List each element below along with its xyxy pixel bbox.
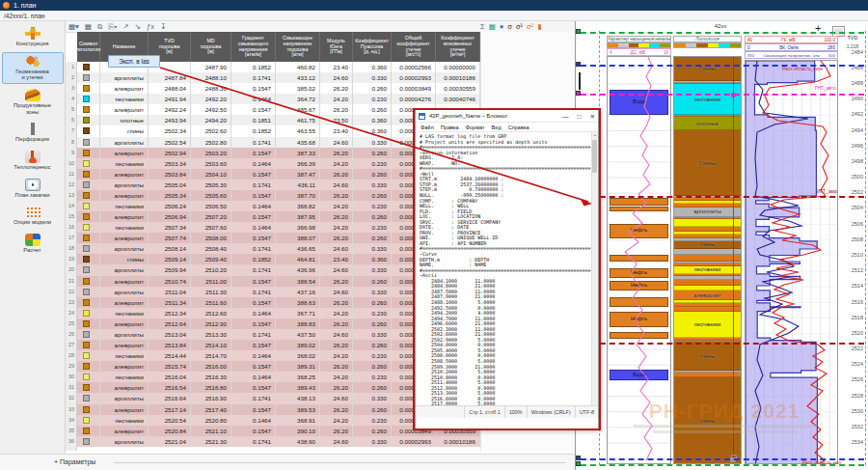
leak-cell: 0.00002993 — [392, 436, 436, 447]
marker-line[interactable] — [581, 32, 864, 34]
paste-icon[interactable]: ⎘▾ — [108, 22, 117, 32]
marker-handle[interactable] — [576, 456, 581, 460]
name-cell: песчаники — [100, 201, 149, 211]
row-number: 13 — [66, 190, 76, 201]
application-window: 1. план /42xxx/1. план ▦▾▦⧉⎘▾↗↘ƒx↧ Σ▦●σσ… — [0, 0, 868, 470]
marker-slider[interactable] — [579, 72, 581, 90]
droplet-icon[interactable]: ● — [500, 22, 504, 31]
frac-region-left-boundary[interactable] — [599, 31, 600, 465]
maximize-icon[interactable]: □ — [578, 113, 582, 120]
marker-handle[interactable] — [576, 29, 581, 34]
table-row[interactable]: песчаники2491.942492.200.1464364.7224.20… — [77, 94, 480, 104]
tvd-cell: 2502.34 — [149, 125, 191, 136]
grad-cell: 0.1464 — [231, 158, 276, 169]
sidebar-item-7[interactable]: Опции модели — [2, 203, 64, 229]
tvd-cell: 2521.04 — [149, 436, 191, 447]
cursor-position: Стр 1, стлб 1 — [464, 406, 504, 418]
stress-cell: 464.81 — [276, 254, 320, 264]
parameters-footer[interactable]: + Параметры — [0, 454, 575, 470]
young-cell: 26.20 — [320, 83, 353, 94]
row-number: 1 — [66, 62, 76, 72]
copy-icon[interactable]: ⧉ — [97, 22, 102, 32]
notepad-titlebar[interactable]: 42P_geomeh_Name – Блокнот —□✕ — [416, 110, 598, 123]
md-cell: 2516.90 — [191, 393, 231, 403]
table-row[interactable]: аргиллиты2521.042521.300.1741438.9024.60… — [77, 436, 480, 447]
marker-handle[interactable] — [576, 461, 581, 466]
poisson-cell: 0.230 — [353, 94, 392, 104]
notepad-title: 42P_geomeh_Name – Блокнот — [429, 113, 508, 119]
notepad-scrollbar[interactable]: ▴ — [591, 132, 598, 405]
export-chart-icon[interactable]: ↗ — [122, 22, 128, 31]
lithology-label: плотные — [674, 121, 741, 126]
stress-cell: 364.72 — [276, 94, 320, 104]
sigma1-icon[interactable]: σ¹ — [516, 22, 523, 31]
menu-Справка[interactable]: Справка — [508, 123, 529, 131]
sidebar-item-6[interactable]: План закачки — [2, 176, 64, 202]
name-cell: алевролит — [100, 169, 149, 180]
menu-Формат[interactable]: Формат — [466, 123, 485, 131]
name-cell: алевролит — [100, 190, 149, 201]
notepad-window-controls[interactable]: —□✕ — [554, 110, 595, 123]
notepad-body[interactable]: # LAS format log file from GRP # Project… — [416, 132, 598, 405]
las-file-content[interactable]: # LAS format log file from GRP # Project… — [416, 132, 598, 405]
row-number: 36 — [66, 436, 76, 447]
young-cell: 24.20 — [320, 94, 353, 104]
menu-Файл[interactable]: Файл — [420, 123, 434, 131]
grad-cell: 0.1547 — [231, 361, 276, 372]
lithology-label: песчаники — [674, 266, 741, 272]
legend-color — [719, 43, 730, 47]
scrollbar-thumb[interactable] — [592, 140, 597, 173]
import-chart-icon[interactable]: ↘ — [135, 22, 141, 31]
add-track-button[interactable]: + — [815, 22, 821, 34]
grad-cell: 0.1741 — [231, 329, 276, 340]
sigma2-icon[interactable]: σ² — [527, 22, 533, 31]
sidebar-item-5[interactable]: Теплоперенос — [2, 148, 64, 174]
sidebar-item-1[interactable]: Конструкция — [2, 24, 64, 50]
add-row-icon[interactable]: ▦▾ — [68, 22, 79, 31]
lithology-symbol-cell — [77, 169, 100, 180]
stress-cell: 389.53 — [276, 404, 320, 415]
export-las-tooltip[interactable]: Эксп. в las — [108, 55, 160, 68]
marker-line[interactable] — [581, 464, 864, 466]
close-icon[interactable]: ✕ — [590, 113, 595, 120]
poisson-cell: 0.260 — [353, 211, 392, 222]
row-number: 11 — [66, 169, 76, 180]
menu-Вид[interactable]: Вид — [492, 123, 502, 131]
stress-cell: 433.12 — [276, 72, 320, 83]
sum-icon[interactable]: Σ — [480, 22, 485, 31]
sidebar-item-8[interactable]: Расчет — [2, 231, 64, 257]
marker-handle[interactable] — [576, 91, 581, 96]
notepad-menubar[interactable]: ФайлПравкаФорматВидСправка — [416, 123, 598, 132]
md-cell: 2509.40 — [191, 254, 231, 264]
name-cell: песчаники — [100, 372, 149, 382]
young-cell: 26.20 — [320, 148, 353, 158]
histogram-icon[interactable]: ▮ — [537, 22, 541, 31]
sigma-icon[interactable]: σ — [507, 22, 512, 31]
lithology-symbol-cell — [77, 264, 100, 275]
menu-Правка[interactable]: Правка — [441, 123, 459, 131]
tvd-cell: 2513.84 — [149, 340, 191, 350]
lithology-symbol-cell — [77, 125, 100, 136]
import-las-icon[interactable]: ↧ — [160, 22, 166, 31]
table-row[interactable]: аргиллиты2487.842488.100.1741433.1224.60… — [77, 72, 480, 83]
lithology-symbol-cell — [77, 115, 100, 125]
name-cell: аргиллиты — [100, 329, 149, 340]
row-number: 27 — [66, 340, 76, 350]
expand-icon[interactable]: + — [54, 458, 58, 465]
minimize-icon[interactable]: — — [562, 113, 569, 120]
grid-icon[interactable]: ▦ — [489, 22, 496, 31]
delete-row-icon[interactable]: ▦ — [85, 22, 92, 31]
table-row[interactable]: алевролит2488.042488.300.1547385.0226.20… — [77, 83, 480, 94]
name-cell: песчаники — [100, 350, 149, 361]
sidebar-item-2[interactable]: Геомеханика и утечки — [2, 52, 64, 84]
lithology-symbol — [83, 266, 90, 273]
frac-region-right-boundary[interactable] — [865, 31, 866, 465]
marker-handle[interactable] — [576, 62, 581, 67]
header-cell: Смыкающее напряжение подошва [атм] — [276, 32, 320, 62]
sidebar-item-4[interactable]: Перфорация — [2, 120, 64, 146]
notepad-window[interactable]: 42P_geomeh_Name – Блокнот —□✕ ФайлПравка… — [415, 109, 599, 429]
poisson-cell: 0.260 — [353, 297, 392, 308]
fx-icon[interactable]: ƒx — [147, 22, 154, 31]
md-cell: 2513.30 — [191, 329, 231, 340]
sidebar-item-3[interactable]: Продуктивные зоны — [2, 86, 64, 118]
